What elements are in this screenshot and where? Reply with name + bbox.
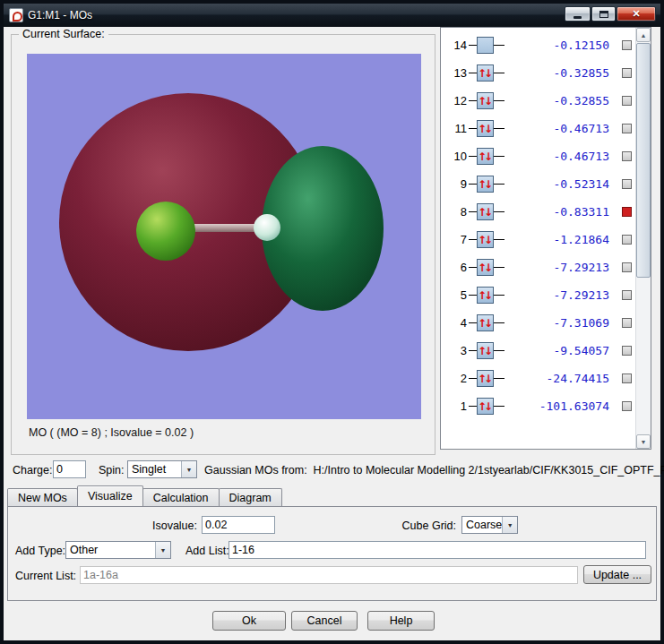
visualize-tab-panel: Isovalue: Cube Grid: Coarse ▼ Add Type: … — [7, 506, 657, 601]
mo-level-line-left — [469, 73, 477, 73]
mo-occupancy-icon[interactable]: ↑ ↓ — [477, 259, 494, 276]
mo-row[interactable]: 8 ↑ ↓ -0.83311 — [441, 198, 635, 226]
mo-select-checkbox[interactable] — [622, 124, 632, 133]
mo-level-line-right — [494, 100, 504, 101]
mo-level-line-left — [469, 295, 477, 296]
mo-row[interactable]: 14 -0.12150 — [441, 31, 635, 59]
mo-select-checkbox[interactable] — [622, 318, 632, 328]
close-button[interactable]: ✕ — [617, 6, 656, 21]
mo-occupancy-icon[interactable]: ↑ ↓ — [477, 287, 494, 304]
help-button[interactable]: Help — [367, 611, 435, 631]
spin-label: Spin: — [99, 464, 125, 477]
tab-visualize[interactable]: Visualize — [77, 485, 143, 506]
mo-number: 2 — [444, 372, 467, 385]
isovalue-label: Isovalue: — [142, 519, 197, 532]
mo-occupancy-icon[interactable]: ↑ ↓ — [477, 398, 494, 415]
mo-occupancy-icon[interactable]: ↑ ↓ — [477, 203, 494, 220]
mo-occupancy-icon[interactable]: ↑ ↓ — [477, 231, 494, 248]
minimize-button[interactable] — [565, 6, 591, 21]
mo-energy: -0.46713 — [504, 150, 617, 163]
mo-occupancy-icon[interactable]: ↑ ↓ — [477, 120, 494, 137]
mo-select-checkbox[interactable] — [622, 40, 632, 50]
mo-level-line-right — [494, 73, 504, 73]
mo-energy: -0.46713 — [504, 122, 617, 135]
mo-select-checkbox[interactable] — [622, 290, 632, 300]
mo-select-checkbox[interactable] — [622, 401, 632, 411]
scroll-up-button[interactable]: ▲ — [636, 28, 651, 42]
mo-row[interactable]: 4 ↑ ↓ -7.31069 — [441, 309, 635, 337]
mo-level-line-right — [494, 211, 504, 212]
cube-grid-select[interactable]: Coarse ▼ — [461, 516, 518, 534]
charge-label: Charge: — [13, 464, 52, 477]
spin-select[interactable]: Singlet ▼ — [127, 460, 197, 478]
mo-row[interactable]: 7 ↑ ↓ -1.21864 — [441, 226, 635, 253]
mo-occupancy-icon[interactable]: ↑ ↓ — [477, 314, 494, 331]
mo-select-checkbox[interactable] — [622, 262, 632, 272]
tab-diagram[interactable]: Diagram — [219, 488, 282, 506]
dialog-body: Current Surface: — [4, 27, 660, 640]
update-button[interactable]: Update ... — [583, 565, 651, 584]
mo-row[interactable]: 12 ↑ ↓ -0.32855 — [441, 87, 635, 115]
mo-energy: -7.31069 — [504, 316, 617, 330]
mo-row[interactable]: 13 ↑ ↓ -0.32855 — [441, 59, 635, 87]
app-icon — [9, 8, 23, 22]
mo-occupancy-icon[interactable]: ↑ ↓ — [477, 176, 494, 193]
isovalue-input[interactable] — [202, 516, 275, 534]
scroll-down-button[interactable]: ▼ — [636, 434, 651, 449]
mo-select-checkbox[interactable] — [622, 346, 632, 356]
mo-occupancy-icon[interactable] — [477, 37, 494, 54]
mo-select-checkbox[interactable] — [622, 207, 632, 217]
mo-number: 1 — [444, 399, 467, 413]
mo-level-line-right — [494, 378, 504, 379]
add-list-label: Add List: — [185, 545, 229, 557]
minimize-icon — [573, 16, 582, 19]
current-list-input[interactable] — [80, 566, 578, 584]
current-surface-group: Current Surface: — [11, 34, 435, 455]
titlebar[interactable]: G1:M1 - MOs ✕ — [4, 4, 660, 27]
mo-level-line-left — [469, 267, 477, 268]
charge-input[interactable] — [53, 460, 86, 478]
mo-level-line-left — [469, 156, 477, 157]
current-surface-label: Current Surface: — [19, 28, 108, 40]
mos-dialog-window: G1:M1 - MOs ✕ Current Surface: — [0, 0, 664, 644]
mo-row[interactable]: 9 ↑ ↓ -0.52314 — [441, 170, 635, 198]
scroll-down-icon: ▼ — [641, 439, 647, 445]
mo-select-checkbox[interactable] — [622, 374, 632, 383]
mo-select-checkbox[interactable] — [622, 68, 632, 78]
ok-button[interactable]: Ok — [212, 611, 286, 631]
current-list-label: Current List: — [15, 570, 76, 582]
scrollbar-thumb[interactable] — [636, 43, 651, 278]
mo-select-checkbox[interactable] — [622, 179, 632, 189]
maximize-button[interactable] — [591, 6, 616, 21]
mo-select-checkbox[interactable] — [622, 235, 632, 245]
add-type-select[interactable]: Other ▼ — [65, 541, 171, 559]
mo-occupancy-icon[interactable]: ↑ ↓ — [477, 148, 494, 165]
mo-row[interactable]: 11 ↑ ↓ -0.46713 — [441, 115, 635, 142]
mo-row[interactable]: 5 ↑ ↓ -7.29213 — [441, 281, 635, 309]
cancel-button[interactable]: Cancel — [291, 611, 358, 631]
chevron-down-icon: ▼ — [502, 517, 517, 533]
tab-calculation[interactable]: Calculation — [142, 488, 220, 506]
scroll-up-icon: ▲ — [641, 32, 647, 39]
mo-row[interactable]: 2 ↑ ↓ -24.74415 — [441, 365, 635, 392]
mo-energy-list: 14 -0.12150 13 ↑ ↓ -0.32855 12 ↑ ↓ -0.32… — [440, 27, 651, 450]
mo-row[interactable]: 3 ↑ ↓ -9.54057 — [441, 337, 635, 365]
mo-occupancy-icon[interactable]: ↑ ↓ — [477, 370, 494, 387]
mo-occupancy-icon[interactable]: ↑ ↓ — [477, 64, 494, 82]
spin-down-arrow: ↓ — [484, 68, 493, 79]
mo-row[interactable]: 1 ↑ ↓ -101.63074 — [441, 392, 635, 420]
mo-3d-viewport[interactable] — [27, 54, 421, 419]
mo-occupancy-icon[interactable]: ↑ ↓ — [477, 92, 494, 109]
gaussian-source-label: Gaussian MOs from: — [204, 464, 307, 477]
add-list-input[interactable] — [229, 541, 646, 559]
mo-row[interactable]: 10 ↑ ↓ -0.46713 — [441, 142, 635, 170]
mo-number: 11 — [444, 122, 467, 135]
mo-select-checkbox[interactable] — [622, 96, 632, 106]
tab-new-mos[interactable]: New MOs — [7, 488, 78, 506]
mo-rows: 14 -0.12150 13 ↑ ↓ -0.32855 12 ↑ ↓ -0.32… — [441, 28, 635, 449]
mo-list-scrollbar[interactable]: ▲ ▼ — [635, 28, 651, 449]
mo-select-checkbox[interactable] — [622, 151, 632, 161]
mo-row[interactable]: 6 ↑ ↓ -7.29213 — [441, 253, 635, 281]
mo-occupancy-icon[interactable]: ↑ ↓ — [477, 342, 494, 359]
spin-down-arrow: ↓ — [484, 151, 493, 162]
